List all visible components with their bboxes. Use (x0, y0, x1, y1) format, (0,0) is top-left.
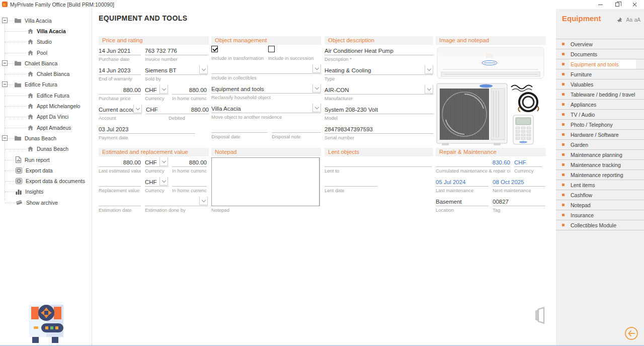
export-data-documents-action[interactable]: Export data & documents (0, 176, 92, 186)
menu-item-documents[interactable]: Documents (556, 49, 644, 59)
tree-item-appt-da-vinci[interactable]: Appt Da Vinci (0, 112, 92, 122)
menu-item-equipment-and-tools[interactable]: Equipment and tools (556, 59, 644, 69)
last-maintenance-field[interactable]: 05 Jul 2024 Last maintenance (436, 177, 489, 193)
collapse-icon[interactable] (2, 135, 8, 141)
restore-button[interactable] (609, 0, 626, 9)
menu-item-lent-items[interactable]: Lent items (556, 180, 644, 190)
sold-by-dropdown[interactable]: Siemens BT Sold by (145, 65, 208, 81)
lent-date-field[interactable]: Lent date (325, 177, 377, 193)
menu-item-maintenance-tracking[interactable]: Maintenance tracking (556, 160, 644, 170)
chevron-down-icon[interactable] (159, 157, 168, 166)
chevron-down-icon[interactable] (159, 85, 168, 94)
replacement-currency-dropdown[interactable]: CHF Currency (145, 177, 168, 193)
next-maintenance-field[interactable]: 08 Oct 2025 Next maintenance (493, 177, 545, 193)
estimation-done-by-dropdown[interactable]: Estimation done by (145, 197, 208, 213)
menu-item-collectibles-module[interactable]: Collectibles Module (556, 220, 644, 230)
tree-item-edifice-futura[interactable]: Edifice Futura (0, 90, 92, 101)
run-report-action[interactable]: Run report (0, 154, 92, 165)
tree-item-appt-michelangelo[interactable]: Appt Michelangelo (0, 101, 92, 111)
tree-item-pool[interactable]: Pool (0, 47, 92, 58)
last-estimated-value-field[interactable]: 880.00 Last estimated value (99, 157, 141, 174)
tree-group-edifice-futura[interactable]: Edifice Futura (0, 79, 92, 90)
purchase-date-field[interactable]: 14 Jun 2021 Purchase date (99, 46, 141, 62)
collapse-icon[interactable] (2, 81, 8, 87)
tree-item-appt-amadeus[interactable]: Appt Amadeus (0, 122, 92, 133)
collapse-icon[interactable] (2, 18, 8, 23)
include-in-collectibles-dropdown[interactable]: Include in collectibles (211, 64, 321, 80)
menu-item-maintenance-planning[interactable]: Maintenance planning (556, 150, 644, 160)
repair-currency-field[interactable]: CHF Currency (514, 157, 542, 174)
chevron-down-icon[interactable] (425, 65, 433, 74)
tag-field[interactable]: 00827 Tag (493, 197, 545, 213)
payment-date-field[interactable]: 03 Jul 2023 Payment date (99, 124, 195, 140)
menu-item-valuables[interactable]: Valuables (556, 79, 644, 90)
account-dropdown[interactable]: Current account [C Account (99, 105, 142, 121)
end-of-warranty-field[interactable]: 14 Jun 2023 End of warranty (99, 65, 141, 81)
invoice-number-field[interactable]: 763 732 776 Invoice number (145, 46, 208, 62)
menu-item-appliances[interactable]: Appliances (556, 100, 644, 110)
minimize-button[interactable] (592, 0, 609, 9)
include-in-transformation-field[interactable]: Include in transformation (211, 46, 264, 61)
menu-item-insurance[interactable]: Insurance (556, 210, 644, 220)
include-in-succession-checkbox[interactable] (268, 46, 275, 52)
include-in-succession-field[interactable]: Include in succession (268, 46, 321, 61)
notepad-textarea[interactable] (211, 157, 320, 206)
chevron-down-icon[interactable] (312, 84, 321, 93)
close-button[interactable] (626, 0, 643, 9)
replacement-home-currency-field[interactable]: In home currency (172, 177, 207, 193)
menu-item-overview[interactable]: Overview (556, 39, 644, 49)
menu-item-tv-audio[interactable]: TV / Audio (556, 110, 644, 120)
manufacturer-dropdown[interactable]: AIR-CON Manufacturer (325, 85, 433, 101)
menu-item-photo-telephony[interactable]: Photo / Telephony (556, 120, 644, 130)
home-currency-field[interactable]: 880.00 In home currency (172, 85, 207, 101)
estimated-home-currency-field[interactable]: 880.00 In home currency (172, 157, 207, 174)
show-archive-action[interactable]: Show archive (0, 197, 92, 208)
tree-group-villa-acacia[interactable]: Villa Acacia (0, 15, 92, 26)
location-field[interactable]: Basement Location (436, 197, 489, 213)
model-field[interactable]: System 208-230 Volt Model (325, 105, 433, 121)
pin-button[interactable] (616, 16, 623, 23)
menu-item-garden[interactable]: Garden (556, 140, 644, 150)
currency-dropdown[interactable]: CHF Currency (145, 85, 168, 101)
tree-group-chalet-bianca[interactable]: Chalet Bianca (0, 58, 92, 68)
chevron-down-icon[interactable] (199, 65, 208, 74)
chevron-down-icon[interactable] (199, 197, 208, 205)
estimated-currency-dropdown[interactable]: CHF Currency (145, 157, 168, 174)
chevron-down-icon[interactable] (312, 64, 321, 73)
tree-item-chalet-bianca[interactable]: Chalet Bianca (0, 68, 92, 79)
tree-item-studio[interactable]: Studio (0, 37, 92, 47)
cumulated-cost-field[interactable]: 830.60 Cumulated maintenance & repair co… (436, 157, 510, 174)
collapse-icon[interactable] (2, 60, 8, 66)
menu-item-furniture[interactable]: Furniture (556, 69, 644, 79)
debited-field[interactable]: CHF880.00 Debited (146, 105, 209, 121)
chevron-down-icon[interactable] (133, 105, 142, 113)
font-larger-button[interactable]: aA (634, 17, 640, 23)
font-smaller-button[interactable]: Aa (626, 17, 632, 23)
menu-item-tableware[interactable]: Tableware / bedding / travel (556, 90, 644, 100)
menu-item-notepad[interactable]: Notepad (556, 200, 644, 210)
serial-number-field[interactable]: 284798347397593 Serial number (325, 124, 433, 140)
move-residence-dropdown[interactable]: Villa Acacia Move object to another resi… (211, 104, 321, 120)
tree-item-villa-acacia[interactable]: Villa Acacia (0, 26, 92, 36)
reclassify-dropdown[interactable]: Equipment and tools Reclassify household… (211, 84, 321, 100)
menu-item-hardware-software[interactable]: Hardware / Software (556, 130, 644, 140)
tree-group-dunas-beach[interactable]: Dunas Beach (0, 133, 92, 143)
type-dropdown[interactable]: Heating & Cooling Type (325, 65, 433, 81)
menu-item-maintenance-reporting[interactable]: Maintenance reporting (556, 170, 644, 180)
chevron-down-icon[interactable] (312, 104, 321, 112)
disposal-date-field[interactable]: Disposal date (211, 123, 268, 139)
chevron-down-icon[interactable] (425, 85, 433, 94)
tree-item-dunas-beach[interactable]: Dunas Beach (0, 144, 92, 154)
description-field[interactable]: Air Conditioner Heat Pump Description * (325, 46, 433, 62)
lent-to-field[interactable]: Lent to (325, 157, 432, 174)
replacement-value-field[interactable]: Replacement value (99, 177, 141, 193)
back-button[interactable] (625, 327, 638, 340)
object-image[interactable] (436, 46, 546, 148)
menu-item-cashflow[interactable]: Cashflow (556, 190, 644, 200)
purchase-price-field[interactable]: 880.00 Purchase price (99, 85, 141, 101)
insights-action[interactable]: Insights (0, 187, 92, 197)
export-data-action[interactable]: Export data (0, 165, 92, 176)
estimation-date-field[interactable]: Estimation date (99, 197, 141, 213)
disposal-note-field[interactable]: Disposal note (272, 123, 321, 139)
include-in-transformation-checkbox[interactable] (211, 46, 218, 52)
